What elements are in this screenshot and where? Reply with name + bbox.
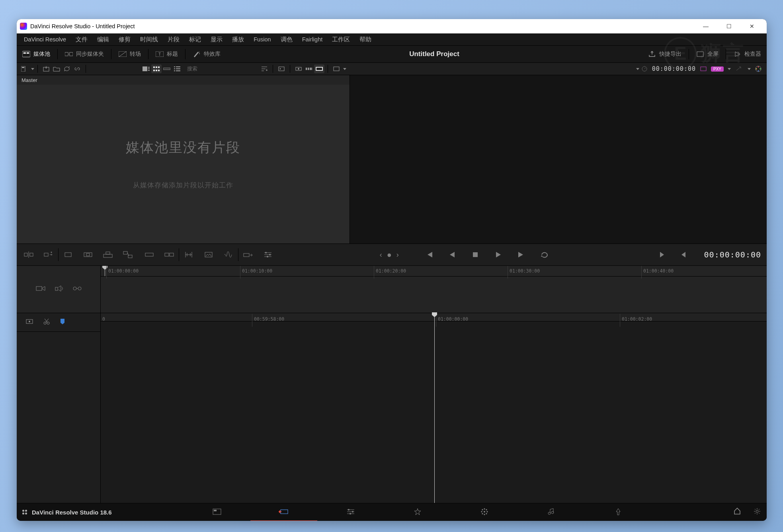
view-metadata-icon[interactable] bbox=[141, 64, 151, 73]
page-edit[interactable] bbox=[317, 503, 384, 520]
page-fusion[interactable] bbox=[384, 503, 451, 520]
page-media[interactable] bbox=[184, 503, 250, 520]
menu-edit[interactable]: 编辑 bbox=[92, 34, 114, 45]
play-icon[interactable] bbox=[492, 248, 505, 261]
chevron-down-icon[interactable] bbox=[343, 68, 346, 70]
boring-detector-icon[interactable] bbox=[304, 64, 314, 73]
window-minimize[interactable]: — bbox=[694, 19, 717, 33]
settings-icon[interactable] bbox=[753, 507, 761, 517]
fullscreen-button[interactable]: 全屏 bbox=[691, 46, 724, 62]
svg-rect-69 bbox=[55, 287, 58, 290]
sliders-icon[interactable] bbox=[262, 248, 274, 261]
insert-icon[interactable] bbox=[143, 248, 156, 261]
color-wheel-icon[interactable] bbox=[753, 64, 763, 73]
svg-point-79 bbox=[348, 509, 350, 511]
proxy-icon[interactable] bbox=[698, 64, 709, 73]
marker-icon[interactable] bbox=[60, 318, 65, 327]
next-edit-icon[interactable] bbox=[656, 248, 669, 261]
clip-view-icon[interactable] bbox=[331, 64, 342, 73]
import-folder-icon[interactable] bbox=[51, 64, 62, 73]
page-color[interactable] bbox=[451, 503, 518, 520]
menu-help[interactable]: 帮助 bbox=[355, 34, 376, 45]
blade-icon[interactable] bbox=[43, 318, 50, 327]
menu-workspace[interactable]: 工作区 bbox=[327, 34, 355, 45]
resolution-icon[interactable] bbox=[276, 64, 287, 73]
menu-timeline[interactable]: 时间线 bbox=[135, 34, 163, 45]
upper-playhead[interactable] bbox=[105, 266, 105, 276]
nav-prev-icon[interactable]: ‹ bbox=[380, 251, 382, 259]
lower-playhead[interactable] bbox=[434, 313, 435, 503]
first-frame-icon[interactable] bbox=[423, 248, 435, 261]
sync-icon[interactable] bbox=[62, 64, 72, 73]
effects-toggle[interactable]: 特效库 bbox=[187, 46, 226, 62]
source-overwrite-icon[interactable] bbox=[293, 64, 304, 73]
link-icon[interactable] bbox=[72, 64, 82, 73]
inspector-toggle[interactable]: 检查器 bbox=[728, 46, 767, 62]
svg-rect-24 bbox=[163, 68, 170, 70]
syncbin-toggle[interactable]: 同步媒体夹 bbox=[59, 46, 109, 62]
viewer-canvas[interactable] bbox=[350, 75, 767, 244]
search-input[interactable]: 搜索 bbox=[185, 64, 257, 73]
menu-mark[interactable]: 标记 bbox=[184, 34, 206, 45]
lower-timeline-area[interactable]: 0 00:59:58:00 01:00:00:00 01:00:02:00 bbox=[101, 313, 767, 503]
menu-color[interactable]: 调色 bbox=[276, 34, 297, 45]
tools-icon[interactable] bbox=[242, 248, 254, 261]
titles-toggle[interactable]: T 标题 bbox=[150, 46, 184, 62]
ripple-overwrite-icon[interactable] bbox=[62, 248, 74, 261]
mediapool-toggle[interactable]: 媒体池 bbox=[17, 46, 56, 62]
svg-rect-4 bbox=[70, 52, 73, 56]
page-deliver[interactable] bbox=[585, 503, 652, 520]
menu-file[interactable]: 文件 bbox=[71, 34, 92, 45]
smart-insert-icon[interactable] bbox=[22, 248, 35, 261]
menu-davinci[interactable]: DaVinci Resolve bbox=[19, 35, 71, 44]
audio-meter-icon[interactable] bbox=[639, 64, 650, 73]
home-icon[interactable] bbox=[733, 507, 741, 517]
snap-icon[interactable] bbox=[25, 318, 33, 326]
menu-playback[interactable]: 播放 bbox=[227, 34, 249, 45]
subtitle-track-icon[interactable] bbox=[73, 285, 82, 293]
view-thumbnail-icon[interactable] bbox=[151, 64, 162, 73]
prev-edit-icon[interactable] bbox=[676, 248, 689, 261]
trim-icon[interactable] bbox=[182, 248, 195, 261]
menu-trim[interactable]: 修剪 bbox=[114, 34, 135, 45]
window-close[interactable]: ✕ bbox=[740, 19, 763, 33]
binlist-dropdown[interactable] bbox=[19, 64, 29, 73]
picture-icon[interactable] bbox=[202, 248, 215, 261]
chevron-down-icon[interactable] bbox=[31, 68, 34, 70]
nav-current-icon[interactable]: ● bbox=[387, 250, 392, 259]
upper-ruler-area[interactable]: 01:00:00:00 01:00:10:00 01:00:20:00 01:0… bbox=[101, 266, 767, 313]
place-on-top-icon[interactable] bbox=[102, 248, 114, 261]
import-media-icon[interactable] bbox=[41, 64, 51, 73]
append-icon[interactable] bbox=[42, 248, 55, 261]
view-list-icon[interactable] bbox=[172, 64, 182, 73]
nav-next-icon[interactable]: › bbox=[396, 251, 399, 259]
stop-icon[interactable] bbox=[469, 248, 482, 261]
overwrite-icon[interactable] bbox=[163, 248, 176, 261]
transitions-toggle[interactable]: 转场 bbox=[113, 46, 146, 62]
play-reverse-icon[interactable] bbox=[446, 248, 459, 261]
audio-track-icon[interactable] bbox=[55, 285, 64, 294]
loop-icon[interactable] bbox=[538, 248, 551, 261]
bypass-fx-icon[interactable] bbox=[733, 64, 744, 73]
video-track-icon[interactable] bbox=[35, 285, 46, 294]
waveform-icon[interactable] bbox=[222, 248, 235, 261]
chevron-down-icon[interactable] bbox=[728, 68, 731, 70]
viewer-clip-selector[interactable] bbox=[635, 68, 639, 70]
window-maximize[interactable]: ☐ bbox=[717, 19, 740, 33]
menu-clip[interactable]: 片段 bbox=[163, 34, 184, 45]
source-tape-icon[interactable] bbox=[314, 64, 324, 73]
close-up-icon[interactable] bbox=[82, 248, 94, 261]
mediapool-body[interactable]: 媒体池里没有片段 从媒体存储添加片段以开始工作 bbox=[17, 85, 350, 244]
menu-fairlight[interactable]: Fairlight bbox=[297, 35, 328, 44]
quick-export-button[interactable]: 快捷导出 bbox=[642, 46, 687, 62]
page-cut[interactable] bbox=[250, 503, 317, 521]
source-overwrite-b-icon[interactable] bbox=[121, 248, 134, 261]
sort-icon[interactable] bbox=[259, 64, 269, 73]
view-strip-icon[interactable] bbox=[162, 64, 172, 73]
page-fairlight[interactable] bbox=[518, 503, 585, 520]
chevron-down-icon[interactable] bbox=[748, 68, 751, 70]
last-frame-icon[interactable] bbox=[515, 248, 528, 261]
svg-point-65 bbox=[269, 254, 271, 255]
menu-view[interactable]: 显示 bbox=[206, 34, 227, 45]
menu-fusion[interactable]: Fusion bbox=[249, 35, 276, 44]
